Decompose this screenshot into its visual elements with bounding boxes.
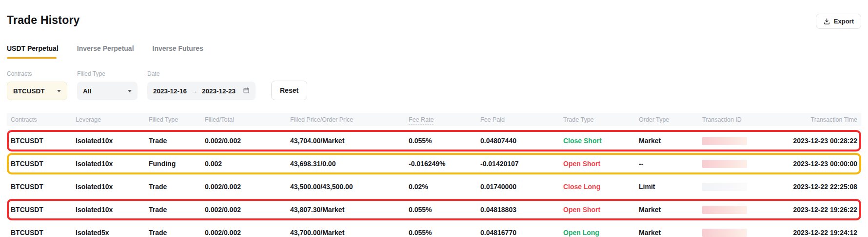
cell-leverage: Isolated10x — [76, 160, 149, 168]
cell-filled-price: 43,698.31/0.00 — [290, 160, 409, 168]
trade-history-table: ContractsLeverageFilled TypeFilled/Total… — [7, 113, 861, 237]
cell-filled-total: 0.002/0.002 — [205, 206, 290, 214]
tab-inverse-perpetual[interactable]: Inverse Perpetual — [77, 44, 134, 59]
column-header-filled-total: Filled/Total — [205, 116, 290, 123]
filter-bar: Contracts BTCUSDT Filled Type All Date 2… — [7, 70, 861, 100]
contracts-filter-label: Contracts — [7, 70, 67, 77]
cell-fee-paid: 0.04816770 — [480, 229, 563, 237]
cell-filled-total: 0.002/0.002 — [205, 183, 290, 191]
cell-transaction-time: 2023-12-22 22:25:08 — [770, 183, 857, 191]
cell-fee-paid: 0.04807440 — [480, 137, 563, 145]
contracts-select[interactable]: BTCUSDT — [7, 82, 67, 100]
column-header-filled-price-order-price: Filled Price/Order Price — [290, 116, 409, 123]
cell-fee-paid: 0.04818803 — [480, 206, 563, 214]
column-header-label: Contracts — [11, 116, 37, 123]
cell-trade-type: Close Long — [563, 183, 639, 191]
cell-trade-type: Open Long — [563, 229, 639, 237]
table-row[interactable]: BTCUSDTIsolated10xTrade0.002/0.00243,704… — [7, 130, 861, 151]
filled-type-select[interactable]: All — [77, 82, 138, 100]
cell-leverage: Isolated10x — [76, 137, 149, 145]
date-range-picker[interactable]: 2023-12-16 → 2023-12-23 — [147, 82, 256, 100]
date-filter-label: Date — [147, 70, 256, 77]
cell-filled-type: Funding — [149, 160, 205, 168]
column-header-label: Transaction Time — [811, 116, 857, 123]
cell-fee-rate: 0.055% — [409, 206, 480, 214]
cell-transaction-id — [702, 228, 770, 237]
reset-button[interactable]: Reset — [271, 81, 307, 100]
cell-filled-price: 43,807.30/Market — [290, 206, 409, 214]
chevron-down-icon — [128, 90, 132, 92]
cell-trade-type: Close Short — [563, 137, 639, 145]
cell-fee-rate: 0.02% — [409, 183, 480, 191]
column-header-fee-paid: Fee Paid — [480, 116, 563, 123]
cell-fee-rate: 0.055% — [409, 229, 480, 237]
cell-transaction-time: 2023-12-22 19:26:22 — [770, 206, 857, 214]
cell-contracts: BTCUSDT — [11, 229, 76, 237]
column-header-label: Order Type — [639, 116, 669, 123]
cell-filled-price: 43,500.00/43,500.00 — [290, 183, 409, 191]
column-header-transaction-time: Transaction Time — [770, 116, 857, 123]
cell-filled-type: Trade — [149, 183, 205, 191]
column-header-label: Trade Type — [563, 116, 594, 123]
column-header-label: Fee Paid — [480, 116, 505, 123]
tab-usdt-perpetual[interactable]: USDT Perpetual — [7, 44, 59, 59]
cell-transaction-time: 2023-12-23 00:00:00 — [770, 160, 857, 168]
cell-order-type: Market — [639, 229, 702, 237]
cell-transaction-time: 2023-12-23 00:28:22 — [770, 137, 857, 145]
contracts-select-value: BTCUSDT — [13, 87, 45, 95]
cell-filled-total: 0.002/0.002 — [205, 229, 290, 237]
calendar-icon — [243, 87, 250, 95]
cell-filled-type: Trade — [149, 137, 205, 145]
table-row[interactable]: BTCUSDTIsolated10xTrade0.002/0.00243,500… — [7, 176, 861, 197]
date-from-value: 2023-12-16 — [153, 87, 187, 95]
cell-transaction-time: 2023-12-22 19:24:12 — [770, 229, 857, 237]
download-icon — [823, 18, 830, 25]
cell-transaction-id — [702, 159, 770, 168]
column-header-fee-rate[interactable]: Fee Rate — [409, 116, 480, 123]
date-range-arrow: → — [191, 87, 197, 95]
cell-leverage: Isolated10x — [76, 183, 149, 191]
page-title: Trade History — [7, 14, 80, 27]
cell-fee-rate: 0.055% — [409, 137, 480, 145]
column-header-transaction-id: Transaction ID — [702, 116, 770, 123]
cell-fee-paid: -0.01420107 — [480, 160, 563, 168]
redaction-box — [702, 206, 747, 214]
column-header-filled-type: Filled Type — [149, 116, 205, 123]
date-to-value: 2023-12-23 — [202, 87, 236, 95]
contracts-filter-group: Contracts BTCUSDT — [7, 70, 67, 100]
cell-contracts: BTCUSDT — [11, 183, 76, 191]
cell-filled-price: 43,700.00/Market — [290, 229, 409, 237]
table-row[interactable]: BTCUSDTIsolated10xTrade0.002/0.00243,807… — [7, 199, 861, 220]
column-header-label: Transaction ID — [702, 116, 742, 123]
export-button[interactable]: Export — [816, 14, 861, 29]
filled-type-filter-label: Filled Type — [77, 70, 138, 77]
table-row[interactable]: BTCUSDTIsolated5xTrade0.002/0.00243,700.… — [7, 222, 861, 237]
cell-fee-rate: -0.016249% — [409, 160, 480, 168]
redaction-box — [702, 183, 747, 191]
cell-contracts: BTCUSDT — [11, 137, 76, 145]
cell-filled-type: Trade — [149, 206, 205, 214]
cell-leverage: Isolated5x — [76, 229, 149, 237]
column-header-contracts: Contracts — [11, 116, 76, 123]
cell-filled-total: 0.002 — [205, 160, 290, 168]
cell-transaction-id — [702, 205, 770, 214]
cell-order-type: Market — [639, 206, 702, 214]
cell-filled-price: 43,704.00/Market — [290, 137, 409, 145]
column-header-label: Filled Type — [149, 116, 178, 123]
table-header: ContractsLeverageFilled TypeFilled/Total… — [7, 113, 861, 126]
cell-leverage: Isolated10x — [76, 206, 149, 214]
column-header-trade-type: Trade Type — [563, 116, 639, 123]
redaction-box — [702, 137, 747, 145]
cell-contracts: BTCUSDT — [11, 160, 76, 168]
column-header-label: Leverage — [76, 116, 101, 123]
cell-filled-total: 0.002/0.002 — [205, 137, 290, 145]
date-filter-group: Date 2023-12-16 → 2023-12-23 — [147, 70, 256, 100]
column-header-label: Filled/Total — [205, 116, 234, 123]
cell-transaction-id — [702, 136, 770, 145]
table-row[interactable]: BTCUSDTIsolated10xFunding0.00243,698.31/… — [7, 153, 861, 174]
tab-inverse-futures[interactable]: Inverse Futures — [153, 44, 203, 59]
export-button-label: Export — [834, 18, 854, 25]
cell-trade-type: Open Short — [563, 206, 639, 214]
cell-filled-type: Trade — [149, 229, 205, 237]
cell-fee-paid: 0.01740000 — [480, 183, 563, 191]
